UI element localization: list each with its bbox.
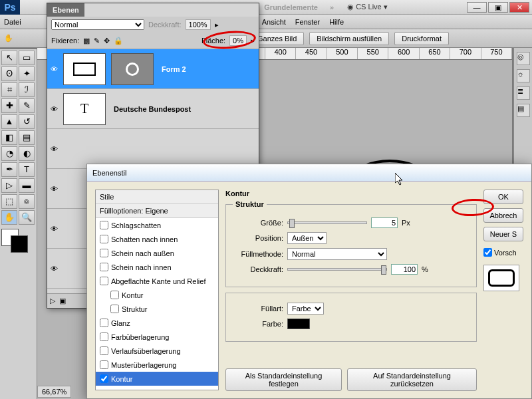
eyedropper-tool[interactable]: ℐ [19, 82, 35, 97]
cancel-button[interactable]: Abbrech [483, 208, 523, 223]
new-style-button[interactable]: Neuer S [483, 227, 523, 241]
filltype-select[interactable]: Farbe [287, 303, 324, 315]
history-brush-tool[interactable]: ↺ [19, 114, 35, 129]
effect-bevel[interactable]: Abgeflachte Kante und Relief [96, 274, 218, 288]
path-select-tool[interactable]: ▷ [1, 178, 17, 193]
lock-transparency-icon[interactable]: ▩ [83, 37, 90, 45]
layer-name[interactable]: Deutsche Bundespost [108, 105, 259, 113]
maximize-button[interactable]: ▣ [488, 2, 508, 13]
shape-tool[interactable]: ▬ [19, 178, 35, 193]
chevron-right-icon[interactable]: ▷ [50, 297, 55, 305]
lock-position-icon[interactable]: ✥ [104, 37, 110, 45]
set-default-button[interactable]: Als Standardeinstellung festlegen [225, 368, 342, 391]
fill-value[interactable]: 0% [229, 35, 247, 46]
preview-checkbox[interactable]: Vorsch [483, 248, 523, 257]
eraser-tool[interactable]: ◧ [1, 130, 17, 145]
size-input[interactable] [371, 217, 398, 228]
zoom-readout[interactable]: 66,67% [37, 386, 71, 398]
layer-name[interactable]: Form 2 [156, 65, 259, 73]
folder-icon[interactable]: ▣ [59, 297, 66, 305]
menu-ansicht[interactable]: Ansicht [262, 18, 286, 26]
blur-tool[interactable]: ◔ [1, 146, 17, 161]
preview-thumb [483, 265, 519, 291]
fill-label: Fläche: [201, 37, 225, 45]
layer-mask-thumb[interactable] [111, 53, 154, 85]
hand-tool-icon[interactable]: ✋ [4, 34, 13, 43]
crop-tool[interactable]: ⌗ [1, 82, 17, 97]
gradient-tool[interactable]: ▤ [19, 130, 35, 145]
effect-satin[interactable]: Glanz [96, 316, 218, 330]
menu-datei[interactable]: Datei [4, 18, 21, 26]
effect-bevel-texture[interactable]: Struktur [96, 302, 218, 316]
layer-row[interactable]: 👁 Form 2 [47, 49, 259, 89]
fill-screen-button[interactable]: Bildschirm ausfüllen [309, 32, 389, 45]
stamp-tool[interactable]: ▲ [1, 114, 17, 129]
visibility-icon[interactable]: 👁 [47, 185, 61, 193]
effect-stroke[interactable]: Kontur [96, 372, 218, 386]
fill-flyout-icon[interactable]: ▸ [251, 37, 255, 45]
lock-pixels-icon[interactable]: ✎ [94, 37, 100, 45]
opacity-flyout-icon[interactable]: ▸ [215, 21, 219, 29]
blending-options[interactable]: Füllloptionen: Eigene [96, 204, 218, 218]
opacity-value[interactable]: 100% [186, 19, 211, 30]
layers-icon[interactable]: ≣ [517, 86, 530, 100]
color-swatches[interactable] [1, 229, 33, 253]
layer-row[interactable]: 👁 T Deutsche Bundespost [47, 89, 259, 129]
heal-tool[interactable]: ✚ [1, 98, 17, 113]
effect-color-overlay[interactable]: Farbüberlagerung [96, 330, 218, 344]
close-button[interactable]: ✕ [509, 2, 529, 13]
3d-tool[interactable]: ⬚ [1, 194, 17, 209]
visibility-icon[interactable]: 👁 [47, 105, 61, 113]
wand-tool[interactable]: ✦ [19, 66, 35, 81]
reset-default-button[interactable]: Auf Standardeinstellung zurücksetzen [347, 368, 477, 391]
effect-gradient-overlay[interactable]: Verlaufsüberlagerung [96, 344, 218, 358]
paths-icon[interactable]: ▤ [517, 104, 530, 117]
effect-pattern-overlay[interactable]: Musterüberlagerung [96, 358, 218, 372]
effect-inner-shadow[interactable]: Schatten nach innen [96, 232, 218, 246]
opacity-input[interactable] [391, 264, 418, 275]
swatch-icon[interactable]: ◎ [517, 52, 530, 65]
tab-grundelemente[interactable]: Grundelemente [264, 3, 318, 11]
effect-drop-shadow[interactable]: Schlagschatten [96, 218, 218, 232]
print-size-button[interactable]: Druckformat [394, 32, 449, 45]
effect-inner-glow[interactable]: Schein nach innen [96, 260, 218, 274]
visibility-icon[interactable]: 👁 [47, 145, 61, 153]
menu-hilfe[interactable]: Hilfe [329, 18, 344, 26]
styles-header[interactable]: Stile [96, 190, 218, 204]
filltype-label: Füllart: [233, 305, 283, 313]
blendmode-select[interactable]: Normal [287, 248, 387, 260]
hand-tool[interactable]: ✋ [1, 210, 17, 225]
type-tool[interactable]: T [19, 162, 35, 177]
minimize-button[interactable]: — [467, 2, 487, 13]
visibility-icon[interactable]: 👁 [47, 65, 61, 73]
layer-thumb[interactable]: T [63, 93, 106, 125]
dialog-buttons: OK Abbrech Neuer S Vorsch [483, 190, 523, 390]
lasso-tool[interactable]: ʘ [1, 66, 17, 81]
more-chevron-icon[interactable]: » [330, 3, 334, 11]
menu-fenster[interactable]: Fenster [295, 18, 320, 26]
opacity-slider[interactable] [287, 268, 387, 271]
effect-outer-glow[interactable]: Schein nach außen [96, 246, 218, 260]
pen-tool[interactable]: ✒ [1, 162, 17, 177]
zoom-tool[interactable]: 🔍 [19, 210, 35, 225]
color-swatch[interactable] [287, 319, 310, 329]
layers-panel-tab[interactable]: Ebenen [47, 3, 84, 17]
effect-bevel-contour[interactable]: Kontur [96, 288, 218, 302]
adjust-icon[interactable]: ☼ [517, 69, 530, 82]
layer-thumb[interactable] [63, 53, 106, 85]
ok-button[interactable]: OK [483, 190, 523, 204]
move-tool[interactable]: ↖ [1, 51, 17, 65]
position-select[interactable]: Außen [287, 232, 327, 244]
layer-row[interactable]: 👁 [47, 129, 259, 169]
size-slider[interactable] [287, 221, 367, 224]
blend-mode-select[interactable]: Normal [51, 19, 144, 30]
visibility-icon[interactable]: 👁 [47, 265, 61, 273]
visibility-icon[interactable]: 👁 [47, 225, 61, 233]
dialog-titlebar[interactable]: Ebenenstil [87, 164, 531, 182]
cslive-menu[interactable]: ◉ CS Live ▾ [347, 3, 388, 11]
lock-all-icon[interactable]: 🔒 [114, 37, 123, 45]
brush-tool[interactable]: ✎ [19, 98, 35, 113]
dodge-tool[interactable]: ◐ [19, 146, 35, 161]
camera-tool[interactable]: ⌾ [19, 194, 35, 209]
marquee-tool[interactable]: ▭ [19, 51, 35, 65]
